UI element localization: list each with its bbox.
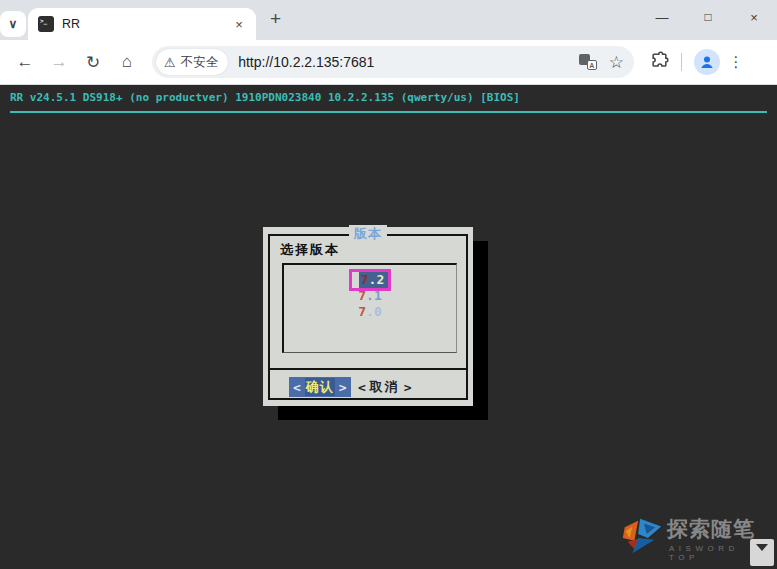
- watermark-title: 探索随笔: [667, 515, 755, 543]
- back-icon[interactable]: ←: [10, 47, 40, 77]
- minimize-button[interactable]: —: [639, 10, 685, 25]
- url-text[interactable]: http://10.2.2.135:7681: [238, 54, 579, 70]
- scroll-down-button[interactable]: [750, 539, 774, 566]
- security-chip-label: 不安全: [181, 54, 219, 71]
- dialog-title: 版本: [349, 225, 387, 243]
- dialog-buttons: < 确认 > < 取消 >: [263, 377, 473, 397]
- tab-title: RR: [62, 17, 230, 31]
- terminal-header-rule: [10, 111, 767, 113]
- bookmark-star-icon[interactable]: ☆: [609, 52, 624, 73]
- site-watermark: 探索随笔 AISWORD TOP: [619, 511, 769, 563]
- version-dialog: 版本 选择版本 7 .2 7 .1 7 .0: [263, 227, 473, 406]
- profile-avatar[interactable]: [694, 49, 720, 75]
- list-item-7.0[interactable]: 7 .0: [284, 304, 456, 320]
- toolbar-divider: [681, 53, 682, 71]
- close-button[interactable]: ×: [731, 10, 777, 25]
- home-icon[interactable]: ⌂: [112, 47, 142, 77]
- cancel-button[interactable]: < 取消 >: [358, 378, 412, 396]
- watermark-logo-icon: [619, 511, 665, 559]
- terminal-header-text: RR v24.5.1 DS918+ (no productver) 1910PD…: [10, 91, 520, 104]
- confirm-button[interactable]: < 确认 >: [289, 377, 351, 397]
- dialog-label: 选择版本: [280, 241, 340, 259]
- security-chip[interactable]: ⚠ 不安全: [156, 49, 228, 75]
- tab-search-chevron-icon[interactable]: ∨: [0, 11, 26, 37]
- dialog-separator: [268, 368, 468, 370]
- terminal-screen: RR v24.5.1 DS918+ (no productver) 1910PD…: [0, 85, 777, 569]
- version-list: 7 .2 7 .1 7 .0: [282, 263, 457, 353]
- maximize-button[interactable]: □: [685, 10, 731, 24]
- browser-toolbar: ← → ↻ ⌂ ⚠ 不安全 http://10.2.2.135:7681 A ☆…: [0, 40, 777, 85]
- list-item-7.1[interactable]: 7 .1: [284, 288, 456, 304]
- tab-strip: ∨ >_ RR × + — □ ×: [0, 0, 777, 40]
- window-controls: — □ ×: [639, 0, 777, 34]
- warning-icon: ⚠: [164, 55, 176, 70]
- address-bar[interactable]: ⚠ 不安全 http://10.2.2.135:7681 A ☆: [152, 46, 634, 78]
- forward-icon[interactable]: →: [44, 47, 74, 77]
- extensions-icon[interactable]: [650, 51, 669, 74]
- tab-close-icon[interactable]: ×: [230, 15, 248, 33]
- browser-tab[interactable]: >_ RR ×: [28, 8, 256, 40]
- new-tab-button[interactable]: +: [270, 8, 281, 30]
- list-item-7.2[interactable]: 7 .2: [284, 272, 456, 288]
- chevron-down-icon: [756, 544, 768, 551]
- translate-icon[interactable]: A: [579, 54, 597, 70]
- browser-menu-icon[interactable]: ⋮: [724, 53, 748, 71]
- terminal-favicon-icon: >_: [38, 16, 54, 32]
- reload-icon[interactable]: ↻: [78, 47, 108, 77]
